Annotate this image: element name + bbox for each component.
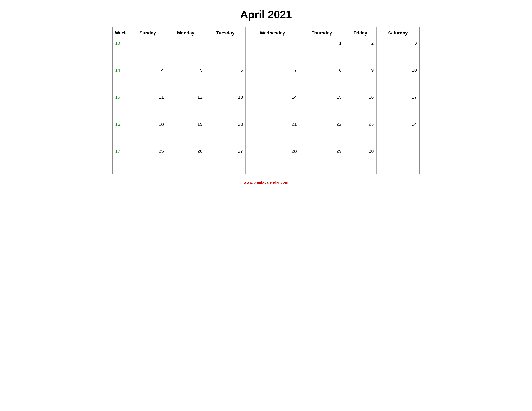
day-cell[interactable]: 4 <box>129 66 166 93</box>
week-number-15: 15 <box>113 93 129 120</box>
week-row-17: 17252627282930 <box>113 147 419 174</box>
day-cell[interactable] <box>376 147 419 174</box>
week-row-15: 1511121314151617 <box>113 93 419 120</box>
day-cell[interactable] <box>205 39 246 66</box>
week-row-13: 13123 <box>113 39 419 66</box>
day-cell[interactable]: 24 <box>376 120 419 147</box>
header-row: WeekSundayMondayTuesdayWednesdayThursday… <box>113 27 419 39</box>
day-cell[interactable]: 3 <box>376 39 419 66</box>
day-cell[interactable]: 16 <box>344 93 376 120</box>
day-cell[interactable]: 15 <box>299 93 344 120</box>
day-cell[interactable]: 11 <box>129 93 166 120</box>
day-cell[interactable]: 18 <box>129 120 166 147</box>
header-thursday: Thursday <box>299 27 344 39</box>
footer: www.blank-calendar.com <box>244 180 288 185</box>
day-cell[interactable]: 23 <box>344 120 376 147</box>
header-monday: Monday <box>166 27 205 39</box>
day-cell[interactable]: 19 <box>166 120 205 147</box>
week-number-13: 13 <box>113 39 129 66</box>
week-number-17: 17 <box>113 147 129 174</box>
week-row-14: 1445678910 <box>113 66 419 93</box>
day-cell[interactable]: 2 <box>344 39 376 66</box>
day-cell[interactable]: 30 <box>344 147 376 174</box>
day-cell[interactable]: 9 <box>344 66 376 93</box>
day-cell[interactable]: 12 <box>166 93 205 120</box>
day-cell[interactable]: 17 <box>376 93 419 120</box>
header-wednesday: Wednesday <box>246 27 299 39</box>
day-cell[interactable]: 7 <box>246 66 299 93</box>
day-cell[interactable]: 14 <box>246 93 299 120</box>
day-cell[interactable]: 26 <box>166 147 205 174</box>
week-number-16: 16 <box>113 120 129 147</box>
week-row-16: 1618192021222324 <box>113 120 419 147</box>
calendar-wrapper: WeekSundayMondayTuesdayWednesdayThursday… <box>112 27 420 174</box>
day-cell[interactable]: 20 <box>205 120 246 147</box>
day-cell[interactable] <box>166 39 205 66</box>
footer-link[interactable]: www.blank-calendar.com <box>244 180 288 184</box>
day-cell[interactable]: 10 <box>376 66 419 93</box>
day-cell[interactable]: 5 <box>166 66 205 93</box>
header-saturday: Saturday <box>376 27 419 39</box>
calendar-table: WeekSundayMondayTuesdayWednesdayThursday… <box>112 27 420 174</box>
day-cell[interactable]: 6 <box>205 66 246 93</box>
day-cell[interactable]: 21 <box>246 120 299 147</box>
day-cell[interactable]: 25 <box>129 147 166 174</box>
day-cell[interactable] <box>129 39 166 66</box>
header-friday: Friday <box>344 27 376 39</box>
day-cell[interactable]: 28 <box>246 147 299 174</box>
header-week: Week <box>113 27 129 39</box>
day-cell[interactable]: 27 <box>205 147 246 174</box>
header-tuesday: Tuesday <box>205 27 246 39</box>
page-title: April 2021 <box>240 8 292 21</box>
day-cell[interactable]: 1 <box>299 39 344 66</box>
day-cell[interactable] <box>246 39 299 66</box>
day-cell[interactable]: 29 <box>299 147 344 174</box>
day-cell[interactable]: 8 <box>299 66 344 93</box>
day-cell[interactable]: 22 <box>299 120 344 147</box>
week-number-14: 14 <box>113 66 129 93</box>
day-cell[interactable]: 13 <box>205 93 246 120</box>
header-sunday: Sunday <box>129 27 166 39</box>
